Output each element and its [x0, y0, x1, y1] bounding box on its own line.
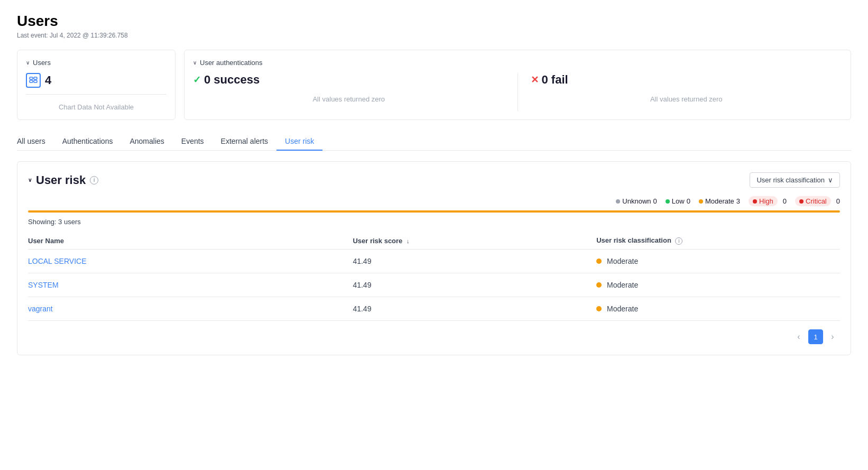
auth-fail-label: 0 fail	[542, 73, 568, 87]
user-risk-section: ∨ User risk i User risk classification ∨…	[17, 161, 851, 355]
user-risk-title-group: ∨ User risk i	[28, 173, 98, 187]
legend-critical-count: 0	[836, 197, 840, 205]
user-name-cell: vagrant	[28, 297, 353, 321]
user-risk-chevron-icon[interactable]: ∨	[28, 177, 32, 183]
col-header-classification: User risk classification i	[596, 232, 840, 250]
auth-success-stat: ✓ 0 success	[193, 73, 505, 87]
risk-progress-bar	[28, 210, 840, 213]
auth-fail-placeholder: All values returned zero	[531, 95, 843, 103]
legend-critical-badge: Critical	[795, 196, 831, 206]
user-score-cell: 41.49	[353, 250, 596, 273]
col-header-score[interactable]: User risk score ↓	[353, 232, 596, 250]
auth-success-section: ✓ 0 success All values returned zero	[193, 73, 518, 111]
col-header-name: User Name	[28, 232, 353, 250]
legend-high-badge: High	[749, 196, 778, 206]
user-name-cell: SYSTEM	[28, 273, 353, 297]
legend-unknown-label: Unknown	[622, 197, 651, 205]
users-panel: ∨ Users 4 Chart Data Not Available	[17, 50, 176, 120]
moderate-dot-3	[596, 306, 602, 311]
user-class-cell: Moderate	[596, 273, 840, 297]
showing-label: Showing: 3 users	[28, 218, 840, 226]
last-event-label: Last event: Jul 4, 2022 @ 11:39:26.758	[17, 32, 851, 39]
prev-page-button[interactable]: ‹	[791, 329, 806, 344]
user-risk-info-icon[interactable]: i	[90, 176, 98, 185]
user-link-vagrant[interactable]: vagrant	[28, 305, 53, 313]
svg-rect-1	[30, 80, 33, 82]
auth-chevron-icon[interactable]: ∨	[193, 60, 197, 66]
classification-dropdown-chevron: ∨	[828, 176, 833, 184]
classification-info-icon[interactable]: i	[675, 237, 682, 245]
legend-moderate: Moderate 3	[699, 197, 740, 205]
user-link-system[interactable]: SYSTEM	[28, 281, 59, 289]
users-panel-title: Users	[33, 59, 51, 67]
user-risk-table: User Name User risk score ↓ User risk cl…	[28, 232, 840, 321]
table-row: SYSTEM 41.49 Moderate	[28, 273, 840, 297]
legend-critical: Critical 0	[795, 196, 840, 206]
legend-critical-label: Critical	[806, 197, 827, 205]
users-icon	[26, 73, 41, 88]
legend-unknown-count: 0	[653, 197, 657, 205]
users-count-stat: 4	[26, 73, 167, 88]
legend-unknown: Unknown 0	[616, 197, 657, 205]
svg-rect-3	[34, 80, 37, 82]
legend-high-dot	[753, 199, 757, 204]
table-row: vagrant 41.49 Moderate	[28, 297, 840, 321]
user-class-cell: Moderate	[596, 250, 840, 273]
tab-all-users[interactable]: All users	[17, 133, 54, 151]
pagination: ‹ 1 ›	[28, 329, 840, 344]
user-name-cell: LOCAL SERVICE	[28, 250, 353, 273]
moderate-dot-1	[596, 259, 602, 264]
classification-dropdown[interactable]: User risk classification ∨	[750, 172, 840, 188]
legend-high: High 0	[749, 196, 787, 206]
main-tabs: All users Authentications Anomalies Even…	[17, 133, 851, 151]
classification-dropdown-label: User risk classification	[756, 176, 825, 184]
user-class-cell: Moderate	[596, 297, 840, 321]
classification-value-2: Moderate	[607, 281, 638, 289]
table-row: LOCAL SERVICE 41.49 Moderate	[28, 250, 840, 273]
page-1-button[interactable]: 1	[808, 329, 823, 344]
users-panel-header: ∨ Users	[26, 59, 167, 67]
user-link-local-service[interactable]: LOCAL SERVICE	[28, 257, 87, 265]
user-risk-header: ∨ User risk i User risk classification ∨	[28, 172, 840, 188]
risk-legend: Unknown 0 Low 0 Moderate 3 High 0	[28, 196, 840, 206]
user-score-cell: 41.49	[353, 273, 596, 297]
check-icon: ✓	[193, 74, 201, 86]
auth-panel: ∨ User authentications ✓ 0 success All v…	[184, 50, 851, 120]
svg-rect-2	[34, 77, 37, 79]
legend-low-label: Low	[672, 197, 685, 205]
legend-moderate-dot	[699, 199, 703, 204]
tab-anomalies[interactable]: Anomalies	[121, 133, 172, 151]
legend-moderate-label: Moderate	[705, 197, 734, 205]
user-risk-title: User risk	[36, 173, 86, 187]
legend-low-dot	[666, 199, 670, 204]
auth-success-placeholder: All values returned zero	[193, 95, 505, 103]
classification-value-1: Moderate	[607, 257, 638, 265]
auth-panel-header: ∨ User authentications	[193, 59, 842, 67]
auth-fail-section: ✕ 0 fail All values returned zero	[518, 73, 843, 111]
users-chevron-icon[interactable]: ∨	[26, 60, 30, 66]
classification-value-3: Moderate	[607, 305, 638, 313]
users-count-value: 4	[45, 73, 51, 87]
svg-rect-0	[30, 77, 33, 79]
legend-high-label: High	[759, 197, 773, 205]
moderate-dot-2	[596, 282, 602, 288]
legend-low-count: 0	[687, 197, 690, 205]
auth-success-label: 0 success	[204, 73, 260, 87]
tab-events[interactable]: Events	[173, 133, 213, 151]
tab-user-risk[interactable]: User risk	[276, 133, 322, 151]
x-icon: ✕	[531, 74, 539, 86]
legend-critical-dot	[799, 199, 804, 204]
page-title: Users	[17, 13, 851, 30]
next-page-button[interactable]: ›	[825, 329, 840, 344]
tab-authentications[interactable]: Authentications	[54, 133, 122, 151]
legend-high-count: 0	[783, 197, 787, 205]
users-chart-placeholder: Chart Data Not Available	[26, 103, 167, 111]
sort-icon: ↓	[407, 238, 410, 244]
tab-external-alerts[interactable]: External alerts	[213, 133, 276, 151]
auth-fail-stat: ✕ 0 fail	[531, 73, 843, 87]
legend-moderate-count: 3	[736, 197, 740, 205]
user-score-cell: 41.49	[353, 297, 596, 321]
legend-unknown-dot	[616, 199, 620, 204]
auth-panel-title: User authentications	[200, 59, 263, 67]
legend-low: Low 0	[666, 197, 690, 205]
